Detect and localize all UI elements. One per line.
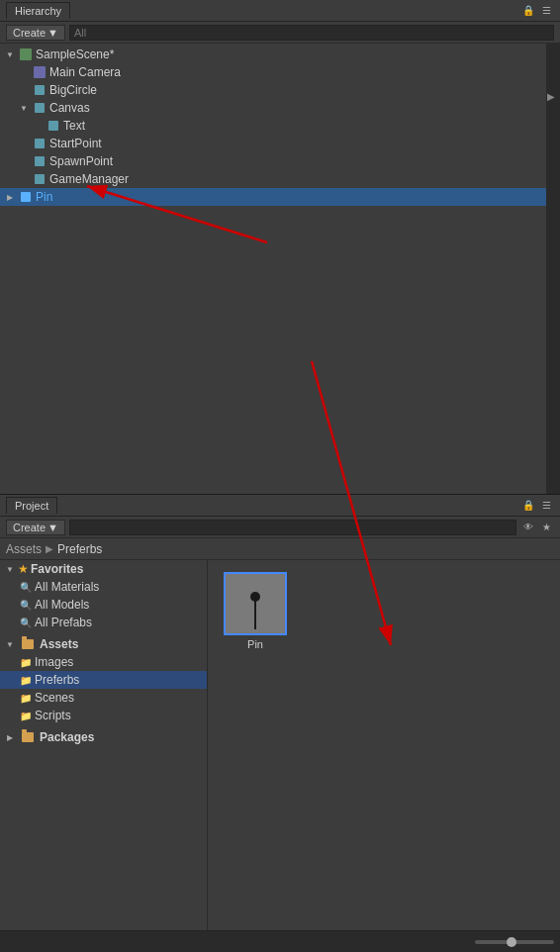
bigcircle-icon	[33, 83, 47, 97]
assets-folder-icon	[21, 637, 35, 651]
breadcrumb-assets[interactable]: Assets	[6, 542, 42, 556]
hierarchy-toolbar: Create ▼	[0, 22, 560, 44]
sidebar-all-prefabs[interactable]: 🔍 All Prefabs	[0, 614, 207, 631]
favorites-expand	[4, 563, 16, 575]
search-models-icon: 🔍	[20, 600, 32, 611]
hierarchy-lock-icon[interactable]: 🔒	[520, 3, 536, 19]
tree-item-text[interactable]: Text	[0, 117, 560, 135]
project-menu-icon[interactable]: ☰	[538, 498, 554, 514]
packages-section[interactable]: Packages	[0, 728, 207, 746]
hierarchy-tab[interactable]: Hierarchy	[6, 2, 70, 19]
expand-arrow-pin[interactable]	[4, 191, 16, 203]
tree-item-samplescene[interactable]: SampleScene*	[0, 46, 560, 63]
slider-thumb[interactable]	[507, 937, 516, 947]
startpoint-icon	[33, 137, 47, 150]
tree-item-pin[interactable]: Pin	[0, 188, 560, 206]
favorites-section[interactable]: ★ Favorites	[0, 560, 207, 578]
status-bar	[0, 930, 560, 952]
project-tab[interactable]: Project	[6, 497, 57, 514]
expand-arrow-samplescene[interactable]	[4, 48, 16, 60]
text-icon	[47, 119, 60, 133]
hierarchy-search-input[interactable]	[69, 25, 554, 41]
project-star-icon[interactable]: ★	[538, 520, 554, 535]
sidebar-scripts[interactable]: 📁 Scripts	[0, 707, 207, 724]
sidebar-all-materials[interactable]: 🔍 All Materials	[0, 578, 207, 596]
sidebar-images[interactable]: 📁 Images	[0, 653, 207, 671]
project-body: ★ Favorites 🔍 All Materials 🔍 All Models…	[0, 560, 560, 950]
startpoint-label: StartPoint	[49, 137, 102, 150]
scenes-label: Scenes	[35, 691, 74, 705]
expand-arrow-bigcircle	[18, 84, 30, 96]
tree-item-canvas[interactable]: Canvas	[0, 99, 560, 117]
project-lock-icon[interactable]: 🔒	[520, 498, 536, 514]
project-sidebar: ★ Favorites 🔍 All Materials 🔍 All Models…	[0, 560, 208, 950]
favorites-star-icon: ★	[18, 562, 29, 576]
expand-arrow-spawnpoint	[18, 155, 30, 167]
project-content: Pin	[208, 560, 560, 950]
folder-preferbs-icon: 📁	[20, 675, 32, 686]
gamemanager-icon	[33, 172, 47, 186]
spawnpoint-label: SpawnPoint	[49, 154, 113, 168]
packages-expand	[4, 731, 16, 743]
slider-track[interactable]	[475, 940, 554, 944]
asset-pin[interactable]: Pin	[220, 572, 291, 650]
assets-label: Assets	[40, 637, 78, 651]
gamemanager-label: GameManager	[49, 172, 129, 186]
hierarchy-scrollbar[interactable]: ▶	[546, 44, 560, 495]
project-header-icons: 🔒 ☰	[520, 498, 554, 514]
project-header: Project 🔒 ☰	[0, 495, 560, 517]
assets-section[interactable]: Assets	[0, 635, 207, 653]
pin-asset-label: Pin	[247, 638, 263, 650]
sidebar-all-models[interactable]: 🔍 All Models	[0, 596, 207, 614]
hierarchy-menu-icon[interactable]: ☰	[538, 3, 554, 19]
folder-scripts-icon: 📁	[20, 711, 32, 721]
tree-item-spawnpoint[interactable]: SpawnPoint	[0, 152, 560, 170]
tree-item-bigcircle[interactable]: BigCircle	[0, 81, 560, 99]
scene-icon	[19, 48, 33, 61]
expand-arrow-maincamera	[18, 66, 30, 78]
project-panel: Project 🔒 ☰ Create ▼ 👁 ★ Assets ▶ Prefer…	[0, 495, 560, 952]
images-label: Images	[35, 655, 73, 669]
expand-arrow-canvas[interactable]	[18, 102, 30, 114]
favorites-label: Favorites	[31, 562, 83, 576]
pin-thumbnail	[224, 572, 287, 635]
all-models-label: All Models	[35, 598, 89, 612]
tree-item-startpoint[interactable]: StartPoint	[0, 135, 560, 152]
hierarchy-header-icons: 🔒 ☰	[520, 3, 554, 19]
all-prefabs-label: All Prefabs	[35, 616, 92, 629]
search-prefabs-icon: 🔍	[20, 618, 32, 628]
sidebar-scenes[interactable]: 📁 Scenes	[0, 689, 207, 707]
spawnpoint-icon	[33, 154, 47, 168]
samplescene-label: SampleScene*	[36, 48, 114, 61]
project-search-input[interactable]	[69, 520, 516, 535]
expand-arrow-gamemanager	[18, 173, 30, 185]
canvas-icon	[33, 101, 47, 115]
text-label: Text	[63, 119, 85, 133]
scroll-right-arrow[interactable]: ▶	[547, 91, 555, 102]
breadcrumb-separator: ▶	[46, 543, 53, 554]
zoom-slider[interactable]	[475, 940, 554, 944]
search-materials-icon: 🔍	[20, 582, 32, 593]
hierarchy-header: Hierarchy 🔒 ☰	[0, 0, 560, 22]
expand-arrow-text	[32, 120, 44, 132]
tree-item-maincamera[interactable]: Main Camera	[0, 63, 560, 81]
breadcrumb-preferbs[interactable]: Preferbs	[57, 542, 102, 556]
maincamera-label: Main Camera	[49, 65, 121, 79]
sidebar-preferbs[interactable]: 📁 Preferbs	[0, 671, 207, 689]
project-eye-icon[interactable]: 👁	[520, 520, 536, 535]
folder-scenes-icon: 📁	[20, 693, 32, 704]
pin-prefab-preview	[226, 574, 285, 633]
tree-item-gamemanager[interactable]: GameManager	[0, 170, 560, 188]
pin-body	[254, 600, 256, 629]
pin-hierarchy-icon	[19, 190, 33, 204]
packages-label: Packages	[40, 730, 94, 744]
expand-arrow-startpoint	[18, 138, 30, 149]
packages-folder-icon	[21, 730, 35, 744]
hierarchy-tree: SampleScene* Main Camera BigCircle Canva…	[0, 44, 560, 492]
project-create-button[interactable]: Create ▼	[6, 520, 65, 535]
hierarchy-create-button[interactable]: Create ▼	[6, 25, 65, 41]
breadcrumb: Assets ▶ Preferbs	[0, 538, 560, 560]
all-materials-label: All Materials	[35, 580, 99, 594]
scripts-label: Scripts	[35, 709, 71, 722]
project-toolbar-icons: 👁 ★	[520, 520, 554, 535]
